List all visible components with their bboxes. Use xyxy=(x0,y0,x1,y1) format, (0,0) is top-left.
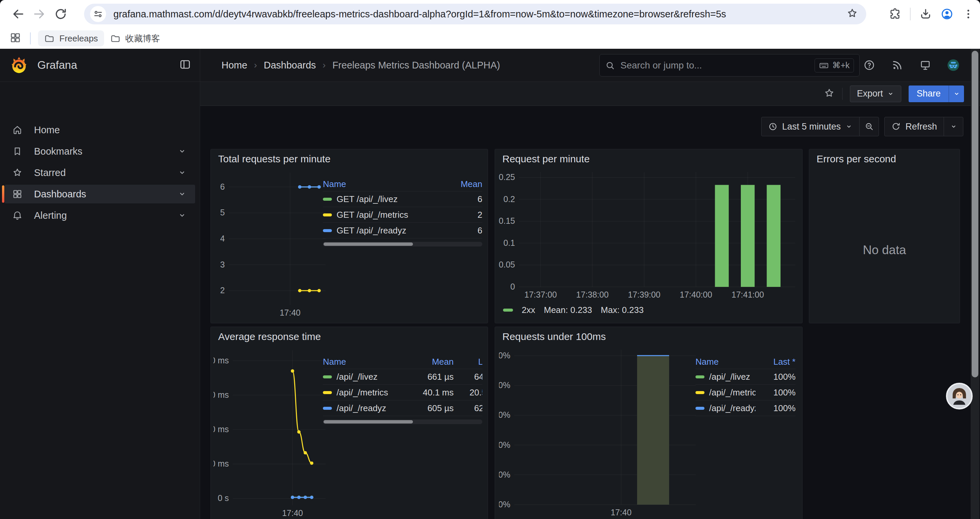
bell-icon xyxy=(12,210,23,221)
dashboard-actions-row: Export Share xyxy=(200,82,980,106)
legend-horizontal-scrollbar[interactable] xyxy=(323,420,482,424)
scrollbar-thumb[interactable] xyxy=(323,243,413,246)
legend-table: NameMeanLast */api/_/livez661 µs646 µs/a… xyxy=(323,355,482,424)
svg-text:0%: 0% xyxy=(499,500,510,509)
legend-series-row[interactable]: /api/_/livez661 µs646 µs xyxy=(323,369,482,385)
breadcrumb-separator: › xyxy=(323,60,326,70)
chevron-down-icon xyxy=(178,168,186,177)
legend-series-row[interactable]: GET /api/_/readyz6 xyxy=(323,223,482,238)
reload-button[interactable] xyxy=(50,3,72,25)
series-value: 6 xyxy=(445,225,482,236)
sidebar-item-dashboards[interactable]: Dashboards xyxy=(5,185,195,203)
panel-title[interactable]: Request per minute xyxy=(502,153,590,164)
breadcrumb-dashboards[interactable]: Dashboards xyxy=(264,60,316,71)
legend-column-mean[interactable]: Mean xyxy=(402,357,453,367)
url-text[interactable]: grafana.mathmast.com/d/deytv4rwavabkb/fr… xyxy=(113,9,841,20)
site-settings-button[interactable] xyxy=(90,6,106,22)
legend-column-name[interactable]: Name xyxy=(323,357,402,367)
legend-series-row[interactable]: /api/_/metrics100% xyxy=(695,385,795,401)
sidebar-item-home[interactable]: Home xyxy=(5,121,195,139)
url-bar[interactable]: grafana.mathmast.com/d/deytv4rwavabkb/fr… xyxy=(84,4,866,24)
chart-canvas[interactable]: 2345617:40 xyxy=(213,169,329,319)
panel-title[interactable]: Average response time xyxy=(218,331,321,342)
svg-text:5: 5 xyxy=(220,208,225,217)
series-mean: Mean: 0.233 xyxy=(544,305,592,315)
panel-request-per-minute: Request per minute 00.050.10.150.20.2517… xyxy=(495,149,803,323)
share-dropdown-button[interactable] xyxy=(949,86,964,102)
series-name: /api/_/readyz xyxy=(337,403,386,414)
refresh-group: Refresh xyxy=(884,117,963,136)
favorite-dashboard-button[interactable] xyxy=(824,88,835,100)
keyboard-icon xyxy=(819,61,829,70)
breadcrumb-home[interactable]: Home xyxy=(221,60,247,71)
sidebar-toggle-icon xyxy=(179,58,191,70)
chart-canvas[interactable]: 0 s20 ms40 ms60 ms80 ms17:40 xyxy=(213,347,329,519)
back-button[interactable] xyxy=(7,3,29,25)
series-value: 646 µs xyxy=(453,372,482,382)
series-value: 20.5 ms xyxy=(453,387,482,398)
toolbar-divider xyxy=(910,8,911,21)
panel-requests-under-100ms: Requests under 100ms 0%20%40%60%80%100%1… xyxy=(495,327,803,519)
news-rss-icon[interactable] xyxy=(891,59,903,71)
sidebar-item-starred[interactable]: Starred xyxy=(5,163,195,182)
bookmark-page-button[interactable] xyxy=(846,7,858,21)
page-scrollbar[interactable] xyxy=(970,49,979,519)
bookmark-folder-freeleaps[interactable]: Freeleaps xyxy=(38,30,104,46)
search-icon xyxy=(605,61,615,70)
sidebar-item-bookmarks[interactable]: Bookmarks xyxy=(5,142,195,161)
export-button[interactable]: Export xyxy=(850,86,901,102)
search-input[interactable]: Search or jump to... ⌘+k xyxy=(600,54,859,77)
chart-canvas[interactable]: 00.050.10.150.20.2517:37:0017:38:0017:39… xyxy=(498,168,799,302)
legend-series-row[interactable]: /api/_/readyz605 µs620 µs xyxy=(323,401,482,416)
kiosk-monitor-icon[interactable] xyxy=(919,59,931,71)
legend-row[interactable]: 2xx Mean: 0.233 Max: 0.233 xyxy=(503,305,644,315)
zoom-out-time-button[interactable] xyxy=(859,117,878,136)
user-avatar[interactable] xyxy=(947,59,959,71)
grid-icon xyxy=(12,189,23,200)
apps-shortcut-button[interactable] xyxy=(10,32,21,45)
back-icon xyxy=(11,7,25,21)
series-value: 661 µs xyxy=(402,372,453,382)
extensions-icon[interactable] xyxy=(889,8,901,21)
scrollbar-thumb[interactable] xyxy=(972,51,978,377)
legend-series-row[interactable]: /api/_/readyz100% xyxy=(695,401,795,416)
legend-column-mean[interactable]: Mean xyxy=(445,179,482,189)
forward-button[interactable] xyxy=(29,3,50,25)
help-icon[interactable] xyxy=(863,59,875,71)
browser-menu-icon[interactable] xyxy=(962,8,975,21)
legend-column-name[interactable]: Name xyxy=(695,357,756,367)
chevron-down-icon xyxy=(178,147,186,156)
legend-series-row[interactable]: GET /api/_/livez6 xyxy=(323,192,482,207)
downloads-icon[interactable] xyxy=(919,8,932,21)
sidebar-item-alerting[interactable]: Alerting xyxy=(5,206,195,225)
time-range-picker[interactable]: Last 5 minutes xyxy=(762,117,859,136)
assistant-avatar-widget[interactable] xyxy=(946,383,973,409)
legend-series-row[interactable]: /api/_/metrics40.1 ms20.5 ms xyxy=(323,385,482,401)
series-value: 100% xyxy=(756,372,795,382)
panel-title[interactable]: Total requests per minute xyxy=(218,153,331,164)
bookmark-folder-label: Freeleaps xyxy=(59,34,98,44)
series-swatch xyxy=(323,229,332,232)
legend-column-last[interactable]: Last * xyxy=(453,357,482,367)
scrollbar-thumb[interactable] xyxy=(323,420,413,423)
share-button[interactable]: Share xyxy=(908,86,949,102)
chart-canvas[interactable]: 0%20%40%60%80%100%17:40 xyxy=(499,346,699,519)
bookmark-icon xyxy=(12,146,23,156)
series-value: 40.1 ms xyxy=(402,387,453,398)
sidebar-toggle-button[interactable] xyxy=(179,58,191,72)
grafana-logo[interactable] xyxy=(10,56,28,74)
profile-icon[interactable] xyxy=(941,8,953,21)
browser-toolbar: grafana.mathmast.com/d/deytv4rwavabkb/fr… xyxy=(0,0,980,28)
panel-title[interactable]: Errors per second xyxy=(816,153,896,164)
refresh-button[interactable]: Refresh xyxy=(885,117,943,136)
bookmark-folder-blogs[interactable]: 收藏博客 xyxy=(104,30,166,47)
panel-title[interactable]: Requests under 100ms xyxy=(502,331,606,342)
legend-column-last[interactable]: Last * xyxy=(756,357,795,367)
time-range-group: Last 5 minutes xyxy=(761,117,879,136)
legend-series-row[interactable]: /api/_/livez100% xyxy=(695,369,795,385)
legend-series-row[interactable]: GET /api/_/metrics2 xyxy=(323,207,482,223)
breadcrumb-current: Freeleaps Metrics Dashboard (ALPHA) xyxy=(332,60,500,71)
legend-column-name[interactable]: Name xyxy=(323,179,445,189)
refresh-interval-dropdown[interactable] xyxy=(943,117,963,136)
legend-horizontal-scrollbar[interactable] xyxy=(323,242,482,246)
